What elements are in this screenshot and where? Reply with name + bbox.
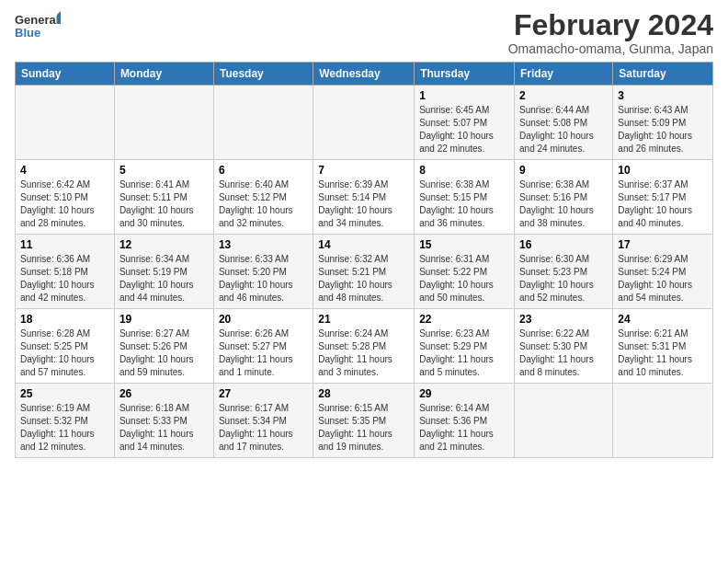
day-cell: 21Sunrise: 6:24 AM Sunset: 5:28 PM Dayli…: [313, 309, 415, 384]
day-header-tuesday: Tuesday: [213, 63, 313, 86]
day-cell: 11Sunrise: 6:36 AM Sunset: 5:18 PM Dayli…: [16, 235, 115, 309]
day-header-wednesday: Wednesday: [313, 63, 415, 86]
day-cell: 24Sunrise: 6:21 AM Sunset: 5:31 PM Dayli…: [613, 309, 713, 384]
week-row-5: 25Sunrise: 6:19 AM Sunset: 5:32 PM Dayli…: [16, 384, 713, 458]
day-info: Sunrise: 6:17 AM Sunset: 5:34 PM Dayligh…: [219, 402, 308, 454]
day-cell: 27Sunrise: 6:17 AM Sunset: 5:34 PM Dayli…: [213, 384, 313, 458]
week-row-2: 4Sunrise: 6:42 AM Sunset: 5:10 PM Daylig…: [16, 160, 713, 235]
day-cell: 20Sunrise: 6:26 AM Sunset: 5:27 PM Dayli…: [213, 309, 313, 384]
day-number: 5: [119, 164, 209, 177]
day-info: Sunrise: 6:24 AM Sunset: 5:28 PM Dayligh…: [318, 327, 409, 379]
day-number: 9: [519, 164, 608, 177]
day-cell: 15Sunrise: 6:31 AM Sunset: 5:22 PM Dayli…: [415, 235, 515, 309]
day-info: Sunrise: 6:19 AM Sunset: 5:32 PM Dayligh…: [20, 402, 109, 454]
day-header-monday: Monday: [114, 63, 213, 86]
day-number: 6: [219, 164, 308, 177]
day-cell: 4Sunrise: 6:42 AM Sunset: 5:10 PM Daylig…: [16, 160, 115, 235]
day-number: 4: [20, 164, 109, 177]
day-cell: 28Sunrise: 6:15 AM Sunset: 5:35 PM Dayli…: [313, 384, 415, 458]
day-number: 18: [20, 313, 109, 326]
day-number: 28: [318, 387, 409, 400]
day-info: Sunrise: 6:29 AM Sunset: 5:24 PM Dayligh…: [618, 253, 708, 304]
day-info: Sunrise: 6:40 AM Sunset: 5:12 PM Dayligh…: [219, 178, 308, 230]
svg-text:General: General: [15, 13, 59, 27]
day-number: 8: [419, 164, 509, 177]
day-cell: [213, 86, 313, 160]
day-cell: [613, 384, 713, 458]
day-cell: 22Sunrise: 6:23 AM Sunset: 5:29 PM Dayli…: [415, 309, 515, 384]
main-title: February 2024: [508, 9, 713, 41]
day-number: 20: [219, 313, 308, 326]
day-info: Sunrise: 6:14 AM Sunset: 5:36 PM Dayligh…: [419, 402, 509, 454]
day-info: Sunrise: 6:41 AM Sunset: 5:11 PM Dayligh…: [119, 178, 209, 230]
day-info: Sunrise: 6:30 AM Sunset: 5:23 PM Dayligh…: [519, 253, 608, 304]
day-header-sunday: Sunday: [16, 63, 115, 86]
title-area: February 2024 Omamacho-omama, Gunma, Jap…: [508, 9, 713, 56]
day-info: Sunrise: 6:38 AM Sunset: 5:15 PM Dayligh…: [419, 178, 509, 230]
day-cell: 8Sunrise: 6:38 AM Sunset: 5:15 PM Daylig…: [415, 160, 515, 235]
day-info: Sunrise: 6:26 AM Sunset: 5:27 PM Dayligh…: [219, 327, 308, 379]
day-number: 11: [20, 238, 109, 251]
day-number: 27: [219, 387, 308, 400]
day-cell: 7Sunrise: 6:39 AM Sunset: 5:14 PM Daylig…: [313, 160, 415, 235]
day-number: 2: [519, 89, 608, 102]
day-info: Sunrise: 6:32 AM Sunset: 5:21 PM Dayligh…: [318, 253, 409, 304]
day-cell: 19Sunrise: 6:27 AM Sunset: 5:26 PM Dayli…: [114, 309, 213, 384]
day-info: Sunrise: 6:15 AM Sunset: 5:35 PM Dayligh…: [318, 402, 409, 454]
day-number: 29: [419, 387, 509, 400]
day-info: Sunrise: 6:23 AM Sunset: 5:29 PM Dayligh…: [419, 327, 509, 379]
day-info: Sunrise: 6:42 AM Sunset: 5:10 PM Dayligh…: [20, 178, 109, 230]
day-info: Sunrise: 6:27 AM Sunset: 5:26 PM Dayligh…: [119, 327, 209, 379]
logo-svg: General Blue: [15, 9, 61, 44]
day-number: 26: [119, 387, 209, 400]
day-number: 19: [119, 313, 209, 326]
day-cell: [515, 384, 613, 458]
day-cell: 2Sunrise: 6:44 AM Sunset: 5:08 PM Daylig…: [515, 86, 613, 160]
day-cell: 16Sunrise: 6:30 AM Sunset: 5:23 PM Dayli…: [515, 235, 613, 309]
day-number: 13: [219, 238, 308, 251]
day-info: Sunrise: 6:22 AM Sunset: 5:30 PM Dayligh…: [519, 327, 608, 379]
day-number: 17: [618, 238, 708, 251]
day-cell: 10Sunrise: 6:37 AM Sunset: 5:17 PM Dayli…: [613, 160, 713, 235]
day-number: 21: [318, 313, 409, 326]
day-number: 12: [119, 238, 209, 251]
day-number: 10: [618, 164, 708, 177]
day-info: Sunrise: 6:44 AM Sunset: 5:08 PM Dayligh…: [519, 104, 608, 155]
day-cell: 14Sunrise: 6:32 AM Sunset: 5:21 PM Dayli…: [313, 235, 415, 309]
day-cell: [114, 86, 213, 160]
day-info: Sunrise: 6:38 AM Sunset: 5:16 PM Dayligh…: [519, 178, 608, 230]
week-row-1: 1Sunrise: 6:45 AM Sunset: 5:07 PM Daylig…: [16, 86, 713, 160]
week-row-3: 11Sunrise: 6:36 AM Sunset: 5:18 PM Dayli…: [16, 235, 713, 309]
day-header-saturday: Saturday: [613, 63, 713, 86]
day-cell: 17Sunrise: 6:29 AM Sunset: 5:24 PM Dayli…: [613, 235, 713, 309]
day-number: 24: [618, 313, 708, 326]
day-cell: 3Sunrise: 6:43 AM Sunset: 5:09 PM Daylig…: [613, 86, 713, 160]
day-info: Sunrise: 6:34 AM Sunset: 5:19 PM Dayligh…: [119, 253, 209, 304]
day-cell: 23Sunrise: 6:22 AM Sunset: 5:30 PM Dayli…: [515, 309, 613, 384]
day-info: Sunrise: 6:18 AM Sunset: 5:33 PM Dayligh…: [119, 402, 209, 454]
logo: General Blue: [15, 9, 61, 44]
day-cell: 29Sunrise: 6:14 AM Sunset: 5:36 PM Dayli…: [415, 384, 515, 458]
day-info: Sunrise: 6:39 AM Sunset: 5:14 PM Dayligh…: [318, 178, 409, 230]
day-info: Sunrise: 6:28 AM Sunset: 5:25 PM Dayligh…: [20, 327, 109, 379]
day-cell: 1Sunrise: 6:45 AM Sunset: 5:07 PM Daylig…: [415, 86, 515, 160]
day-info: Sunrise: 6:31 AM Sunset: 5:22 PM Dayligh…: [419, 253, 509, 304]
day-number: 3: [618, 89, 708, 102]
day-number: 1: [419, 89, 509, 102]
week-row-4: 18Sunrise: 6:28 AM Sunset: 5:25 PM Dayli…: [16, 309, 713, 384]
day-cell: [313, 86, 415, 160]
day-number: 14: [318, 238, 409, 251]
calendar-table: SundayMondayTuesdayWednesdayThursdayFrid…: [15, 62, 713, 458]
day-number: 25: [20, 387, 109, 400]
day-number: 23: [519, 313, 608, 326]
day-cell: 25Sunrise: 6:19 AM Sunset: 5:32 PM Dayli…: [16, 384, 115, 458]
day-info: Sunrise: 6:43 AM Sunset: 5:09 PM Dayligh…: [618, 104, 708, 155]
day-cell: 6Sunrise: 6:40 AM Sunset: 5:12 PM Daylig…: [213, 160, 313, 235]
day-number: 22: [419, 313, 509, 326]
day-cell: [16, 86, 115, 160]
header: General Blue February 2024 Omamacho-omam…: [15, 9, 713, 56]
day-info: Sunrise: 6:45 AM Sunset: 5:07 PM Dayligh…: [419, 104, 509, 155]
day-cell: 12Sunrise: 6:34 AM Sunset: 5:19 PM Dayli…: [114, 235, 213, 309]
day-cell: 26Sunrise: 6:18 AM Sunset: 5:33 PM Dayli…: [114, 384, 213, 458]
day-info: Sunrise: 6:21 AM Sunset: 5:31 PM Dayligh…: [618, 327, 708, 379]
